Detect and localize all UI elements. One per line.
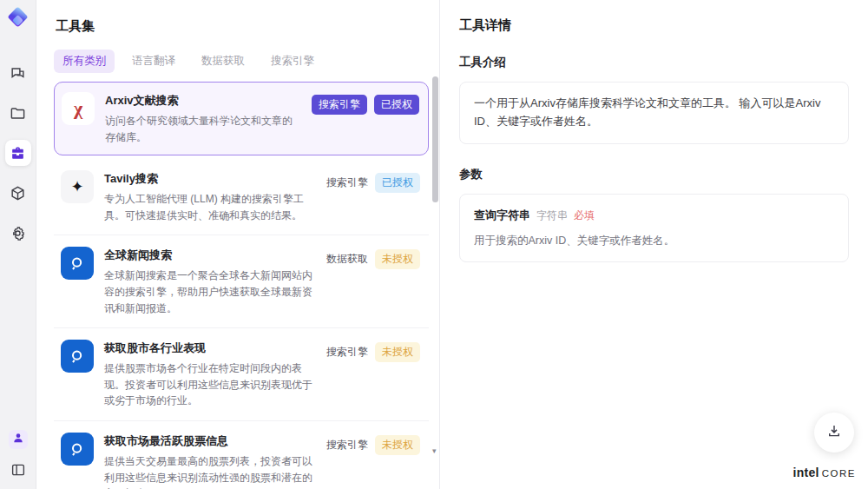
details-title: 工具详情 <box>459 17 849 34</box>
sidebar-item-chat[interactable] <box>5 60 31 86</box>
category-label: 搜索引擎 <box>326 173 368 193</box>
param-name: 查询字符串 <box>474 207 530 225</box>
param-required-flag: 必填 <box>574 208 595 224</box>
sidebar <box>0 0 36 489</box>
tool-card-list: χ Arxiv文献搜索 访问各个研究领域大量科学论文和文章的存储库。 搜索引擎 … <box>54 82 429 489</box>
sidebar-nav <box>5 60 31 246</box>
toolbox-icon <box>10 145 26 162</box>
stock-search-app-icon <box>61 433 94 466</box>
category-badge: 搜索引擎 <box>312 95 367 115</box>
tool-intro-box: 一个用于从Arxiv存储库搜索科学论文和文章的工具。 输入可以是Arxiv ID… <box>459 82 849 144</box>
tab-search-engine[interactable]: 搜索引擎 <box>262 50 323 73</box>
tool-card-tavily[interactable]: ✦ Tavily搜索 专为人工智能代理 (LLM) 构建的搜索引擎工具。可快速提… <box>54 159 429 235</box>
category-label: 数据获取 <box>326 249 368 269</box>
sidebar-layout-icon <box>10 462 26 478</box>
tool-description: 全球新闻搜索是一个聚合全球各大新闻网站内容的搜索引擎，帮助用户快速获取全球最新资… <box>104 268 316 316</box>
category-label: 搜索引擎 <box>326 342 368 362</box>
tool-list-panel: 工具集 所有类别 语言翻译 数据获取 搜索引擎 χ Arxiv文献搜索 访问各个… <box>36 0 439 489</box>
parameter-box: 查询字符串 字符串 必填 用于搜索的Arxiv ID、关键字或作者姓名。 <box>459 194 849 263</box>
auth-status-badge: 未授权 <box>375 342 420 362</box>
category-label: 搜索引擎 <box>326 435 368 455</box>
category-tabs: 所有类别 语言翻译 数据获取 搜索引擎 <box>54 50 429 73</box>
core-wordmark: CORE <box>822 468 856 479</box>
app-logo <box>7 8 30 30</box>
param-description: 用于搜索的Arxiv ID、关键字或作者姓名。 <box>474 232 834 249</box>
collapse-sidebar-button[interactable] <box>8 459 29 480</box>
tool-name: Tavily搜索 <box>104 171 316 187</box>
sidebar-item-files[interactable] <box>5 100 31 126</box>
intel-core-logo: intel CORE <box>792 466 856 479</box>
tool-name: 获取市场最活跃股票信息 <box>104 433 316 449</box>
tavily-logo-icon: ✦ <box>61 170 94 203</box>
stock-search-app-icon <box>61 340 94 373</box>
folder-icon <box>10 105 26 122</box>
tab-all-categories[interactable]: 所有类别 <box>54 50 115 73</box>
sidebar-item-models[interactable] <box>5 180 31 206</box>
tab-language-translation[interactable]: 语言翻译 <box>123 50 184 73</box>
auth-status-badge: 未授权 <box>375 249 420 269</box>
sidebar-bottom <box>8 430 29 480</box>
tool-card-global-news[interactable]: 全球新闻搜索 全球新闻搜索是一个聚合全球各大新闻网站内容的搜索引擎，帮助用户快速… <box>54 235 429 328</box>
gear-icon <box>10 225 26 241</box>
download-button[interactable] <box>814 413 854 453</box>
scrollbar-thumb[interactable] <box>432 76 438 202</box>
cube-icon <box>10 185 26 202</box>
scroll-down-icon[interactable]: ▾ <box>432 447 437 455</box>
auth-status-badge: 已授权 <box>375 173 420 193</box>
list-scrollbar[interactable]: ▾ <box>432 76 438 478</box>
tool-card-arxiv[interactable]: χ Arxiv文献搜索 访问各个研究领域大量科学论文和文章的存储库。 搜索引擎 … <box>54 82 429 155</box>
page-title: 工具集 <box>56 18 429 35</box>
sidebar-item-settings[interactable] <box>5 220 31 246</box>
sidebar-item-tools[interactable] <box>5 140 31 166</box>
auth-status-badge: 已授权 <box>374 95 419 115</box>
param-type: 字符串 <box>536 208 568 224</box>
tool-name: 获取股市各行业表现 <box>104 340 316 356</box>
tool-details-panel: 工具详情 工具介绍 一个用于从Arxiv存储库搜索科学论文和文章的工具。 输入可… <box>439 0 868 489</box>
params-section-title: 参数 <box>459 167 849 182</box>
tool-name: Arxiv文献搜索 <box>105 93 301 109</box>
tool-description: 提供股票市场各个行业在特定时间段内的表现。投资者可以利用这些信息来识别表现优于或… <box>104 360 316 409</box>
tool-description: 专为人工智能代理 (LLM) 构建的搜索引擎工具。可快速提供实时、准确和真实的结… <box>104 191 316 223</box>
tool-name: 全球新闻搜索 <box>104 248 316 263</box>
tab-data-acquisition[interactable]: 数据获取 <box>193 50 253 73</box>
intel-wordmark: intel <box>792 466 819 479</box>
download-icon <box>826 423 842 442</box>
arxiv-logo-icon: χ <box>62 92 95 125</box>
auth-status-badge: 未授权 <box>375 435 420 455</box>
person-icon <box>12 432 24 447</box>
chat-icon <box>10 65 26 82</box>
news-search-app-icon <box>61 247 94 280</box>
tool-description: 访问各个研究领域大量科学论文和文章的存储库。 <box>105 113 301 145</box>
app-window: 工具集 所有类别 语言翻译 数据获取 搜索引擎 χ Arxiv文献搜索 访问各个… <box>0 0 868 489</box>
intro-section-title: 工具介绍 <box>459 55 849 70</box>
user-avatar[interactable] <box>9 430 28 449</box>
tool-card-active-stocks[interactable]: 获取市场最活跃股票信息 提供当天交易量最高的股票列表，投资者可以利用这些信息来识… <box>54 421 429 489</box>
tool-description: 提供当天交易量最高的股票列表，投资者可以利用这些信息来识别流动性强的股票和潜在的… <box>104 453 316 489</box>
tool-card-stock-sectors[interactable]: 获取股市各行业表现 提供股票市场各个行业在特定时间段内的表现。投资者可以利用这些… <box>54 328 429 421</box>
